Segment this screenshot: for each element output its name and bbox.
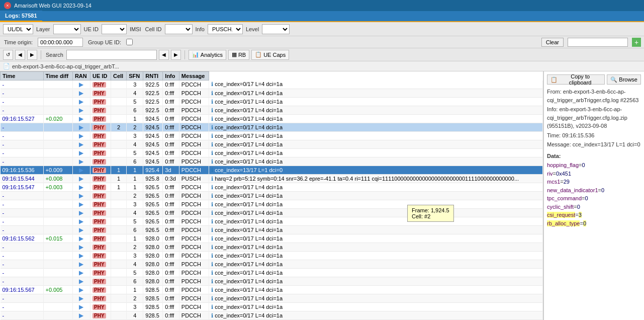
table-row[interactable]: 09:16:15.544 +0.008 ▶ PHY 1 1 925.8 0:3d… <box>1 175 543 183</box>
cell-phy: PHY <box>90 209 111 217</box>
info-icon[interactable]: ℹ <box>211 227 213 233</box>
refresh-button[interactable]: ↺ <box>3 50 13 60</box>
table-row[interactable]: 09:16:15.547 +0.003 ▶ PHY 1 1 926.5 0:ff… <box>1 183 543 192</box>
table-row[interactable]: - ▶ PHY 4 928.0 0:fff PDCCH ℹ cce_index=… <box>1 260 543 269</box>
cell-ueid: 1 <box>111 183 126 192</box>
info-icon[interactable]: ℹ <box>211 141 213 147</box>
table-row[interactable]: - ▶ PHY 5 924.5 0:fff PDCCH ℹ cce_index=… <box>1 149 543 157</box>
analytics-button[interactable]: 📊 Analytics <box>189 50 226 60</box>
info-icon[interactable]: ℹ <box>211 210 213 216</box>
table-row[interactable]: 09:16:15.567 +0.005 ▶ PHY 1 928.5 0:fff … <box>1 286 543 294</box>
info-icon[interactable]: ℹ <box>211 244 213 250</box>
table-row[interactable]: - ▶ PHY 2 928.0 0:fff PDCCH ℹ cce_index=… <box>1 243 543 252</box>
table-row[interactable]: - ▶ PHY 6 924.5 0:fff PDCCH ℹ cce_index=… <box>1 157 543 166</box>
info-icon[interactable]: ℹ <box>211 235 213 242</box>
info-icon[interactable]: ℹ <box>211 176 213 182</box>
info-icon[interactable]: ℹ <box>211 270 213 276</box>
info-icon[interactable]: ℹ <box>211 107 213 113</box>
table-row[interactable]: 09:16:15.562 +0.015 ▶ PHY 1 928.0 0:fff … <box>1 234 543 243</box>
logs-tab[interactable]: Logs: 57581 <box>0 11 42 22</box>
info-icon[interactable]: ℹ <box>211 193 213 199</box>
cell-sfn: 926.5 <box>143 217 163 226</box>
table-row[interactable]: - ▶ PHY 6 926.5 0:fff PDCCH ℹ cce_index=… <box>1 226 543 234</box>
info-icon[interactable]: ℹ <box>211 158 213 165</box>
cell-timediff <box>43 252 72 260</box>
table-row[interactable]: - ▶ PHY 2 926.5 0:fff PDCCH ℹ cce_index=… <box>1 192 543 200</box>
info-icon[interactable]: ℹ <box>211 201 213 207</box>
cell-phy: PHY <box>90 106 111 115</box>
level-select[interactable] <box>262 24 290 34</box>
table-row[interactable]: - ▶ PHY 4 924.5 0:fff PDCCH ℹ cce_index=… <box>1 140 543 149</box>
group-ue-checkbox[interactable] <box>126 39 133 45</box>
layer-select[interactable] <box>53 24 81 34</box>
info-icon[interactable]: ℹ <box>211 304 213 310</box>
info-icon[interactable]: ℹ <box>211 253 213 259</box>
cell-time: - <box>1 157 44 166</box>
info-icon[interactable]: ℹ <box>211 218 213 224</box>
cell-ran: ▶ <box>72 311 90 320</box>
search-input[interactable] <box>66 50 157 60</box>
log-table-container[interactable]: Time Time diff RAN UE ID Cell SFN RNTI I… <box>0 71 543 320</box>
search-prev-button[interactable]: ◀ <box>159 50 169 60</box>
filter-input[interactable] <box>568 38 628 47</box>
ran-arrow-icon: ▶ <box>79 81 83 88</box>
cell-sfn: 928.5 <box>143 294 163 303</box>
rb-button[interactable]: ▦ RB <box>228 50 249 60</box>
close-button[interactable]: × <box>4 2 11 9</box>
info-icon[interactable]: ℹ <box>211 90 213 96</box>
phy-badge: PHY <box>93 133 106 139</box>
cell-cell: 3 <box>127 303 143 311</box>
info-icon[interactable]: ℹ <box>211 312 213 318</box>
browse-button[interactable]: 🔍 Browse <box>607 74 641 85</box>
copy-clipboard-button[interactable]: 📋 Copy to clipboard <box>547 74 605 85</box>
info-icon[interactable]: ℹ <box>211 81 213 87</box>
table-row[interactable]: - ▶ PHY 2 928.5 0:fff PDCCH ℹ cce_index=… <box>1 294 543 303</box>
next-button[interactable]: ▶ <box>27 50 37 60</box>
time-origin-input[interactable]: 00:00:00.000 <box>38 38 83 47</box>
cell-cell: 3 <box>127 252 143 260</box>
info-icon[interactable]: ℹ <box>211 116 213 122</box>
info-icon[interactable]: ℹ <box>211 124 213 130</box>
info-icon[interactable]: ℹ <box>211 167 213 173</box>
table-row[interactable]: - ▶ PHY 6 922.5 0:fff PDCCH ℹ cce_index=… <box>1 106 543 115</box>
table-row[interactable]: - ▶ PHY 4 928.5 0:fff PDCCH ℹ cce_index=… <box>1 311 543 320</box>
search-next-button[interactable]: ▶ <box>171 50 181 60</box>
cell-ueid <box>111 217 126 226</box>
add-filter-button[interactable]: + <box>632 38 641 47</box>
info-icon[interactable]: ℹ <box>211 133 213 139</box>
table-row[interactable]: - ▶ PHY 5 928.0 0:fff PDCCH ℹ cce_index=… <box>1 269 543 277</box>
cell-time: - <box>1 81 44 89</box>
table-row[interactable]: - ▶ PHY 3 928.5 0:fff PDCCH ℹ cce_index=… <box>1 303 543 311</box>
cell-id-select[interactable] <box>165 24 193 34</box>
info-icon[interactable]: ℹ <box>211 184 213 190</box>
info-icon[interactable]: ℹ <box>211 278 213 284</box>
table-row[interactable]: - ▶ PHY 5 922.5 0:fff PDCCH ℹ cce_index=… <box>1 98 543 106</box>
clear-button[interactable]: Clear <box>541 38 564 47</box>
field-key: mcs1 <box>547 179 560 185</box>
table-row[interactable]: - ▶ PHY 2 2 924.5 0:fff PDCCH ℹ cce_inde… <box>1 123 543 132</box>
table-row[interactable]: 09:16:15.527 +0.020 ▶ PHY 1 924.5 0:fff … <box>1 115 543 123</box>
table-row[interactable]: - ▶ PHY 3 928.0 0:fff PDCCH ℹ cce_index=… <box>1 252 543 260</box>
ul-dl-select[interactable]: UL/DL <box>3 24 33 34</box>
info-icon[interactable]: ℹ <box>211 99 213 105</box>
ue-id-select[interactable] <box>102 24 127 34</box>
table-row[interactable]: - ▶ PHY 4 922.5 0:fff PDCCH ℹ cce_index=… <box>1 89 543 98</box>
table-row[interactable]: - ▶ PHY 3 926.5 0:fff PDCCH ℹ cce_index=… <box>1 200 543 209</box>
time-origin-label: Time origin: <box>3 39 34 45</box>
info-icon[interactable]: ℹ <box>211 287 213 293</box>
cell-ueid <box>111 140 126 149</box>
cell-info: PDCCH <box>179 217 209 226</box>
info-icon[interactable]: ℹ <box>211 150 213 156</box>
cell-message: ℹ cce_index=0/17 L=4 dci=1a <box>209 183 543 192</box>
prev-button[interactable]: ◀ <box>15 50 25 60</box>
info-select[interactable]: PUSCH, PI <box>208 24 243 34</box>
table-row[interactable]: - ▶ PHY 3 922.5 0:fff PDCCH ℹ cce_index=… <box>1 81 543 89</box>
info-icon[interactable]: ℹ <box>211 295 213 301</box>
ue-caps-button[interactable]: 📋 UE Caps <box>251 50 289 60</box>
table-row[interactable]: 09:16:15.536 +0.009 ▶ PHY 1 1 925.4 3d P… <box>1 166 543 175</box>
table-row[interactable]: - ▶ PHY 5 926.5 0:fff PDCCH ℹ cce_index=… <box>1 217 543 226</box>
table-row[interactable]: - ▶ PHY 3 924.5 0:fff PDCCH ℹ cce_index=… <box>1 132 543 140</box>
info-icon[interactable]: ℹ <box>211 261 213 267</box>
table-row[interactable]: - ▶ PHY 4 926.5 0:fff PDCCH ℹ cce_index=… <box>1 209 543 217</box>
table-row[interactable]: - ▶ PHY 6 928.0 0:fff PDCCH ℹ cce_index=… <box>1 277 543 286</box>
